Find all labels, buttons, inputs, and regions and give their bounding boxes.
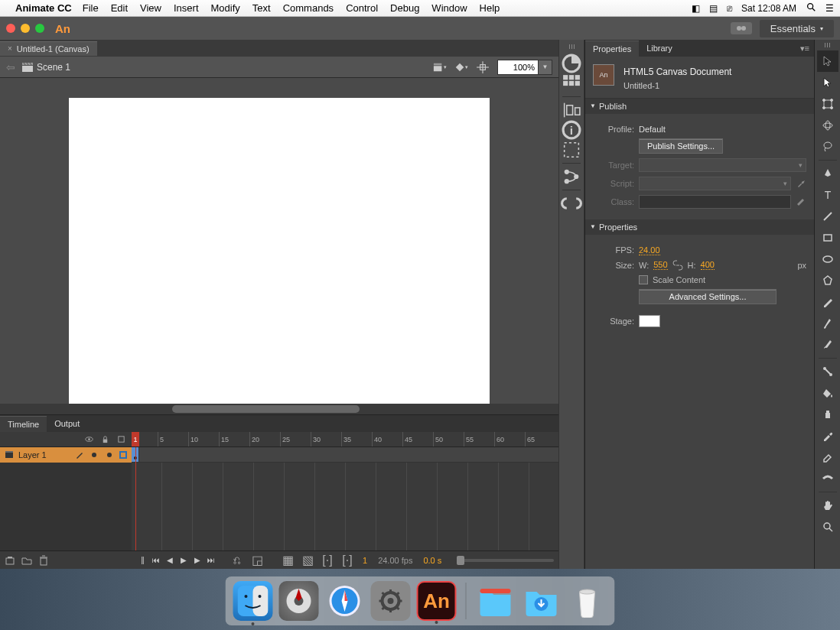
back-arrow-icon[interactable]: ⇦ <box>6 61 15 73</box>
workspace-switcher[interactable]: Essentials▾ <box>760 20 834 37</box>
zoom-input[interactable] <box>497 60 539 75</box>
menu-edit[interactable]: Edit <box>111 2 128 14</box>
dock-system-preferences[interactable] <box>371 581 411 621</box>
zoom-window-button[interactable] <box>35 24 44 33</box>
modify-span-icon[interactable]: [·] <box>341 554 353 567</box>
hand-tool[interactable] <box>817 495 838 516</box>
link-dimensions-icon[interactable] <box>672 260 683 271</box>
info-panel-icon[interactable]: i <box>561 120 582 140</box>
prev-frame-button[interactable]: ◀ <box>164 554 176 567</box>
cc-libraries-icon[interactable] <box>561 193 582 213</box>
subselection-tool[interactable] <box>817 72 838 93</box>
dock-documents-folder[interactable] <box>476 581 516 621</box>
class-edit-icon[interactable] <box>796 196 806 207</box>
document-tab[interactable]: × Untitled-1 (Canvas) <box>0 41 97 56</box>
paint-brush-tool[interactable] <box>817 334 838 356</box>
center-stage-icon[interactable] <box>476 60 490 74</box>
3d-rotation-tool[interactable] <box>817 115 838 136</box>
menu-commands[interactable]: Commands <box>283 2 334 14</box>
tab-library[interactable]: Library <box>639 41 680 56</box>
stage-area[interactable] <box>0 78 558 404</box>
height-value[interactable]: 400 <box>701 260 715 270</box>
dock-downloads-folder[interactable] <box>522 581 562 621</box>
current-frame-value[interactable]: 1 <box>363 556 367 565</box>
fps-value[interactable]: 24.00 <box>639 245 660 255</box>
fps-display[interactable]: 24.00 fps <box>378 556 412 565</box>
menu-file[interactable]: File <box>83 2 99 14</box>
edit-scene-icon[interactable]: ▾ <box>433 60 447 74</box>
tab-output[interactable]: Output <box>47 416 87 431</box>
selection-tool[interactable] <box>817 50 838 72</box>
paint-bucket-tool[interactable] <box>817 382 838 404</box>
rectangle-tool[interactable] <box>817 227 838 248</box>
outline-column-icon[interactable] <box>117 435 125 443</box>
tab-properties[interactable]: Properties <box>585 41 639 57</box>
status-icon-1[interactable]: ◧ <box>692 3 700 14</box>
spotlight-icon[interactable] <box>806 2 816 15</box>
publish-section-header[interactable]: ▼Publish <box>585 99 814 114</box>
advanced-settings-button[interactable]: Advanced Settings... <box>639 289 777 304</box>
onion-skin-outline-icon[interactable]: ◲ <box>251 554 263 567</box>
lasso-tool[interactable] <box>817 136 838 158</box>
dock-trash[interactable] <box>568 581 607 621</box>
next-frame-button[interactable]: ▶ <box>191 554 203 567</box>
scale-content-checkbox[interactable] <box>639 275 648 284</box>
menu-control[interactable]: Control <box>346 2 378 14</box>
menu-modify[interactable]: Modify <box>211 2 240 14</box>
edit-symbol-icon[interactable]: ▾ <box>454 60 468 74</box>
dock-animate[interactable]: An <box>417 581 457 621</box>
layer-row[interactable]: Layer 1 <box>0 447 132 463</box>
menu-help[interactable]: Help <box>480 2 500 14</box>
timeline-frames[interactable] <box>132 447 558 550</box>
zoom-tool[interactable] <box>817 516 838 537</box>
panel-menu-icon[interactable]: ▾≡ <box>800 44 809 54</box>
pen-tool[interactable] <box>817 163 838 184</box>
tab-timeline[interactable]: Timeline <box>0 416 47 432</box>
scene-breadcrumb[interactable]: Scene 1 <box>21 62 70 73</box>
align-panel-icon[interactable] <box>561 100 582 120</box>
menu-window[interactable]: Window <box>431 2 467 14</box>
layer-outline-toggle[interactable] <box>119 451 127 459</box>
new-layer-icon[interactable] <box>5 555 15 566</box>
menubar-clock[interactable]: Sat 12:08 AM <box>741 3 796 14</box>
new-folder-icon[interactable] <box>21 555 32 566</box>
minimize-window-button[interactable] <box>21 24 30 33</box>
delete-layer-icon[interactable] <box>38 555 49 566</box>
lock-column-icon[interactable] <box>101 435 109 443</box>
history-panel-icon[interactable] <box>561 167 582 187</box>
dock-finder[interactable] <box>233 581 273 621</box>
line-tool[interactable] <box>817 206 838 227</box>
properties-section-header[interactable]: ▼Properties <box>585 219 814 235</box>
menu-view[interactable]: View <box>140 2 161 14</box>
publish-settings-button[interactable]: Publish Settings... <box>639 138 723 154</box>
brush-tool[interactable] <box>817 313 838 334</box>
layer-lock-toggle[interactable] <box>107 453 112 457</box>
timeline-ruler[interactable]: 1 5 10 15 20 25 30 35 40 45 50 55 60 65 <box>132 432 558 447</box>
close-window-button[interactable] <box>6 24 15 33</box>
transform-panel-icon[interactable] <box>561 140 582 160</box>
width-value[interactable]: 550 <box>653 260 667 270</box>
dock-launchpad[interactable] <box>279 581 319 621</box>
visibility-column-icon[interactable] <box>85 435 93 443</box>
layer-visibility-toggle[interactable] <box>92 453 96 457</box>
menu-debug[interactable]: Debug <box>390 2 419 14</box>
stage-color-swatch[interactable] <box>639 315 660 327</box>
polystar-tool[interactable] <box>817 270 838 291</box>
dock-safari[interactable] <box>325 581 365 621</box>
sync-settings-icon[interactable] <box>731 22 752 34</box>
playhead[interactable]: 1 <box>132 432 139 447</box>
onion-skin-icon[interactable]: ⎌ <box>231 554 243 567</box>
eraser-tool[interactable] <box>817 447 838 468</box>
center-frame-icon[interactable]: ▦ <box>282 554 294 567</box>
stage-hscrollbar[interactable] <box>0 404 558 414</box>
menu-text[interactable]: Text <box>252 2 271 14</box>
eyedropper-tool[interactable] <box>817 425 838 447</box>
status-icon-display[interactable]: ⎚ <box>727 3 732 14</box>
bone-tool[interactable] <box>817 361 838 382</box>
status-icon-2[interactable]: ▤ <box>709 3 718 14</box>
width-tool[interactable] <box>817 468 838 489</box>
swatches-panel-icon[interactable] <box>561 73 582 93</box>
edit-multiple-icon[interactable]: ▧ <box>301 554 314 567</box>
close-tab-icon[interactable]: × <box>8 44 12 53</box>
script-settings-icon[interactable] <box>796 178 806 189</box>
